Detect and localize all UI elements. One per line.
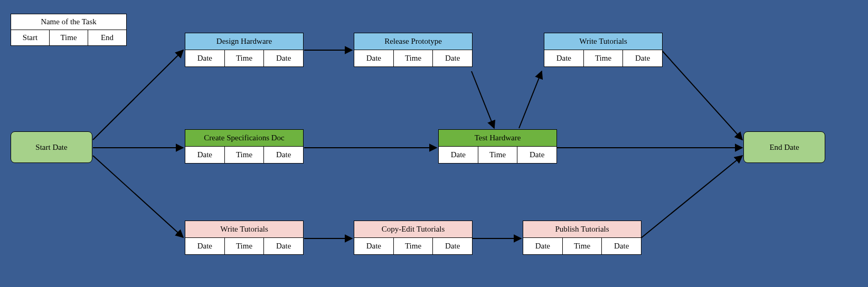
- svg-line-0: [93, 50, 183, 140]
- task-title: Copy-Edit Tutorials: [354, 221, 472, 238]
- task-release-prototype: Release Prototype Date Time Date: [354, 33, 473, 67]
- cell-start: Date: [523, 238, 563, 254]
- task-title: Publish Tutorials: [523, 221, 641, 238]
- legend-box: Name of the Task Start Time End: [11, 14, 127, 46]
- cell-time: Time: [225, 238, 265, 254]
- task-title: Design Hardware: [185, 33, 303, 50]
- cell-time: Time: [563, 238, 602, 254]
- diagram-canvas: Name of the Task Start Time End Start Da…: [0, 0, 868, 287]
- cell-end: Date: [264, 147, 303, 163]
- svg-line-6: [519, 71, 542, 128]
- task-title: Write Tutorials: [185, 221, 303, 238]
- cell-end: Date: [433, 50, 472, 66]
- svg-line-11: [640, 156, 742, 238]
- cell-time: Time: [584, 50, 624, 66]
- end-node-label: End Date: [769, 143, 799, 152]
- cell-time: Time: [394, 50, 433, 66]
- cell-time: Time: [225, 50, 265, 66]
- cell-end: Date: [623, 50, 662, 66]
- task-title: Write Tutorials: [544, 33, 662, 50]
- cell-start: Date: [185, 50, 225, 66]
- cell-time: Time: [478, 147, 518, 163]
- task-write-tutorials-bottom: Write Tutorials Date Time Date: [185, 221, 304, 255]
- legend-title: Name of the Task: [11, 14, 126, 30]
- task-test-hardware: Test Hardware Date Time Date: [438, 129, 557, 164]
- task-copy-edit-tutorials: Copy-Edit Tutorials Date Time Date: [354, 221, 473, 255]
- cell-time: Time: [225, 147, 265, 163]
- task-write-tutorials-top: Write Tutorials Date Time Date: [544, 33, 663, 67]
- cell-start: Date: [185, 238, 225, 254]
- cell-end: Date: [264, 50, 303, 66]
- cell-start: Date: [544, 50, 584, 66]
- start-node-label: Start Date: [35, 143, 67, 152]
- svg-line-7: [662, 50, 742, 140]
- cell-start: Date: [185, 147, 225, 163]
- cell-end: Date: [433, 238, 472, 254]
- cell-end: Date: [602, 238, 641, 254]
- svg-line-2: [93, 156, 183, 237]
- task-title: Create Specificaions Doc: [185, 130, 303, 147]
- task-publish-tutorials: Publish Tutorials Date Time Date: [523, 221, 641, 255]
- start-node: Start Date: [11, 131, 92, 163]
- legend-col-end: End: [88, 30, 126, 45]
- legend-col-start: Start: [11, 30, 50, 45]
- end-node: End Date: [743, 131, 825, 163]
- legend-col-time: Time: [50, 30, 88, 45]
- task-design-hardware: Design Hardware Date Time Date: [185, 33, 304, 67]
- cell-time: Time: [394, 238, 433, 254]
- cell-start: Date: [354, 50, 394, 66]
- cell-start: Date: [354, 238, 394, 254]
- task-title: Test Hardware: [439, 130, 556, 147]
- task-create-specifications-doc: Create Specificaions Doc Date Time Date: [185, 129, 304, 164]
- task-title: Release Prototype: [354, 33, 472, 50]
- svg-line-4: [471, 71, 494, 128]
- cell-end: Date: [517, 147, 556, 163]
- cell-end: Date: [264, 238, 303, 254]
- cell-start: Date: [439, 147, 478, 163]
